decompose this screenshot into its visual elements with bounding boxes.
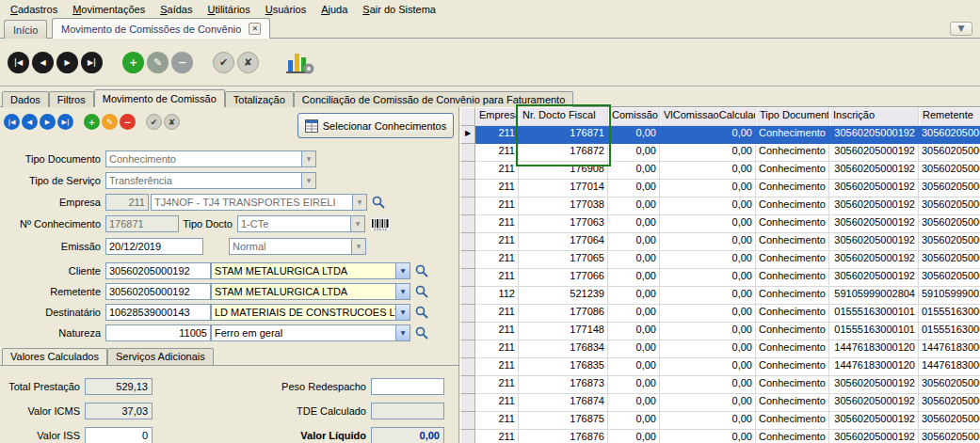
detail-edit-button[interactable]: ✎ bbox=[102, 114, 118, 130]
table-row[interactable]: 2111769080,000,00Conhecimento30560205000… bbox=[460, 162, 980, 180]
detail-delete-button[interactable]: − bbox=[120, 114, 136, 130]
natureza-code-field[interactable]: 11005 bbox=[105, 324, 211, 341]
menu-saidas[interactable]: Saídas bbox=[153, 2, 200, 17]
tab-inicio[interactable]: Início bbox=[4, 20, 47, 39]
confirm-button[interactable]: ✔ bbox=[213, 52, 234, 73]
table-row[interactable]: 2111770650,000,00Conhecimento30560205000… bbox=[460, 251, 980, 269]
next-record-button[interactable]: ▶ bbox=[56, 52, 78, 73]
detail-last-record-button[interactable]: ▶| bbox=[57, 114, 73, 130]
row-indicator-cell bbox=[460, 394, 475, 412]
table-row[interactable]: 2111770660,000,00Conhecimento30560205000… bbox=[460, 269, 980, 287]
table-row[interactable]: 2111770380,000,00Conhecimento30560205000… bbox=[460, 198, 980, 215]
column-header[interactable]: Inscrição bbox=[829, 107, 919, 126]
table-cell: 211 bbox=[475, 394, 519, 412]
detail-confirm-button[interactable]: ✔ bbox=[146, 114, 162, 130]
dropdown-arrow-icon: ▼ bbox=[395, 284, 410, 299]
tab-servicos-adicionais[interactable]: Serviços Adicionais bbox=[107, 348, 214, 365]
detail-cancel-button[interactable]: ✘ bbox=[164, 114, 180, 130]
table-row[interactable]: 2111771480,000,00Conhecimento01555163000… bbox=[460, 323, 980, 340]
commission-grid[interactable]: EmpresaNr. Docto FiscalComissãoVlComissa… bbox=[460, 107, 980, 443]
emissao-tipo-select[interactable]: Normal ▼ bbox=[229, 238, 366, 255]
table-cell: 177014 bbox=[519, 180, 608, 198]
table-row[interactable]: 2111768750,000,00Conhecimento30560205000… bbox=[460, 412, 980, 430]
empresa-code-field[interactable]: 211 bbox=[105, 194, 149, 211]
tab-conciliacao-comissao-faturamento[interactable]: Conciliação de Comissão de Convênio para… bbox=[294, 91, 573, 107]
table-row[interactable]: 2111768720,000,00Conhecimento30560205000… bbox=[460, 144, 980, 162]
column-header[interactable]: Nr. Docto Fiscal bbox=[519, 107, 608, 126]
valor-iss-field[interactable]: 0 bbox=[85, 427, 153, 443]
cliente-search-button[interactable] bbox=[413, 262, 430, 279]
table-row[interactable]: 2111768340,000,00Conhecimento14476183000… bbox=[460, 340, 980, 358]
table-row[interactable]: 2111768730,000,00Conhecimento30560205000… bbox=[460, 376, 980, 394]
remetente-code-field[interactable]: 30560205000192 bbox=[105, 283, 211, 300]
tipo-docto-select[interactable]: 1-CTe ▼ bbox=[237, 215, 365, 232]
edit-record-button[interactable]: ✎ bbox=[147, 52, 169, 73]
conhecimento-field[interactable]: 176871 bbox=[105, 215, 179, 232]
table-row[interactable]: 2111768740,000,00Conhecimento30560205000… bbox=[460, 394, 980, 412]
table-row[interactable]: 2111770860,000,00Conhecimento01555163000… bbox=[460, 305, 980, 323]
table-row[interactable]: 2111770640,000,00Conhecimento30560205000… bbox=[460, 233, 980, 251]
previous-record-button[interactable]: ◀ bbox=[32, 52, 54, 73]
add-record-button[interactable]: + bbox=[122, 52, 144, 73]
tab-movimento-de-comissao[interactable]: Movimento de Comissão bbox=[94, 89, 225, 107]
destinatario-code-field[interactable]: 10628539000143 bbox=[105, 304, 211, 321]
detail-add-button[interactable]: + bbox=[84, 114, 100, 130]
detail-next-record-button[interactable]: ▶ bbox=[40, 114, 56, 130]
peso-redespacho-field[interactable] bbox=[371, 378, 444, 395]
menu-usuarios[interactable]: Usuários bbox=[258, 2, 313, 17]
destinatario-name-select[interactable]: LD MATERIAIS DE CONSTRUCOES LTDA ▼ bbox=[211, 304, 410, 321]
table-row[interactable]: ▶2111768710,000,00Conhecimento3056020500… bbox=[460, 126, 980, 144]
first-record-button[interactable]: |◀ bbox=[8, 52, 29, 73]
column-header[interactable]: Comissão bbox=[608, 107, 660, 126]
column-header[interactable]: Remetente bbox=[919, 107, 980, 126]
detail-first-record-button[interactable]: |◀ bbox=[4, 114, 20, 130]
column-header[interactable]: Tipo Documento bbox=[756, 107, 829, 126]
tab-valores-calculados[interactable]: Valores Calculados bbox=[2, 348, 107, 365]
table-cell: 59105999002804 bbox=[829, 287, 919, 305]
menu-movimentacoes[interactable]: Movimentações bbox=[65, 2, 153, 17]
table-row[interactable]: 2111768350,000,00Conhecimento14476183000… bbox=[460, 358, 980, 376]
tab-list-chevron-button[interactable]: ▼ bbox=[950, 22, 972, 36]
cliente-code-field[interactable]: 30560205000192 bbox=[105, 262, 211, 279]
detail-previous-record-button[interactable]: ◀ bbox=[22, 114, 38, 130]
tipo-servico-select[interactable]: Transferência ▼ bbox=[105, 172, 316, 189]
remetente-name-select[interactable]: STAM METALURGICA LTDA ▼ bbox=[211, 283, 410, 300]
tipo-documento-select[interactable]: Conhecimento ▼ bbox=[105, 150, 316, 167]
table-row[interactable]: 2111768760,000,00Conhecimento30560205000… bbox=[460, 430, 980, 443]
menu-utilitarios[interactable]: Utilitários bbox=[200, 2, 257, 17]
menu-ajuda[interactable]: Ajuda bbox=[313, 2, 355, 17]
natureza-name-select[interactable]: Ferro em geral ▼ bbox=[211, 324, 410, 341]
table-row[interactable]: 2111770140,000,00Conhecimento30560205000… bbox=[460, 180, 980, 198]
empresa-name-select[interactable]: TJ4NOF - TJ4 TRANSPORTES EIRELI ▼ bbox=[151, 194, 367, 211]
table-cell: 176835 bbox=[519, 358, 608, 376]
close-tab-icon[interactable]: ✕ bbox=[249, 23, 261, 35]
table-row[interactable]: 2111770630,000,00Conhecimento30560205000… bbox=[460, 215, 980, 233]
emissao-field[interactable]: 20/12/2019 bbox=[105, 238, 203, 255]
cliente-name-select[interactable]: STAM METALURGICA LTDA ▼ bbox=[211, 262, 410, 279]
table-cell: 211 bbox=[475, 269, 519, 287]
last-record-button[interactable]: ▶| bbox=[81, 52, 103, 73]
column-header[interactable]: Empresa bbox=[475, 107, 519, 126]
empresa-search-button[interactable] bbox=[370, 194, 387, 211]
destinatario-search-button[interactable] bbox=[413, 304, 430, 321]
barcode-button[interactable]: 0 0 0 0 0 bbox=[368, 215, 393, 232]
tab-totalizacao[interactable]: Totalização bbox=[225, 91, 294, 107]
menu-sair-do-sistema[interactable]: Sair do Sistema bbox=[355, 2, 443, 17]
selecionar-conhecimentos-button[interactable]: Selecionar Conhecimentos bbox=[297, 113, 454, 138]
magnifier-icon bbox=[372, 196, 385, 209]
column-header[interactable]: VlComissaoCalculado bbox=[660, 107, 756, 126]
menu-cadastros[interactable]: Cadastros bbox=[3, 2, 65, 17]
tab-filtros[interactable]: Filtros bbox=[49, 91, 94, 107]
remetente-search-button[interactable] bbox=[413, 283, 430, 300]
chart-settings-button[interactable] bbox=[286, 49, 314, 75]
delete-record-button[interactable]: − bbox=[171, 52, 193, 73]
table-cell: 211 bbox=[475, 412, 519, 430]
tab-movimento-comissoes-convenio[interactable]: Movimento de Comissões de Convênio ✕ bbox=[52, 18, 270, 39]
table-row[interactable]: 1125212390,000,00Conhecimento59105999002… bbox=[460, 287, 980, 305]
tab-dados[interactable]: Dados bbox=[2, 91, 49, 107]
table-cell: 176871 bbox=[519, 126, 608, 144]
table-cell: Conhecimento bbox=[756, 305, 829, 323]
natureza-search-button[interactable] bbox=[413, 324, 430, 341]
cancel-button[interactable]: ✘ bbox=[237, 52, 259, 73]
table-cell: 177066 bbox=[519, 269, 608, 287]
